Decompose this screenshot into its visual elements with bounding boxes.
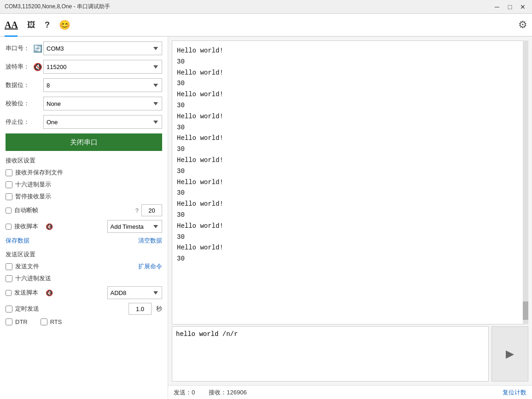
rts-checkbox[interactable] <box>41 318 47 325</box>
receive-script-row: 接收脚本 🔇 Add Timesta <box>6 220 162 233</box>
emoji-icon[interactable]: 😊 <box>59 19 70 30</box>
send-status: 发送：0 <box>174 388 195 397</box>
refresh-icon[interactable]: 🔄 <box>33 44 43 53</box>
auto-frame-label: 自动断帧 <box>14 206 38 214</box>
dtr-rts-row: DTR RTS <box>6 318 162 325</box>
send-label: 发送： <box>174 389 192 396</box>
timed-send-input[interactable] <box>129 303 152 315</box>
expand-cmd-link[interactable]: 扩展命令 <box>138 262 162 271</box>
receive-area: Hello world! 30 Hello world! 30 Hello wo… <box>172 40 528 324</box>
send-file-row: 发送文件 扩展命令 <box>6 262 162 271</box>
hex-display-row: 十六进制显示 <box>6 180 162 189</box>
send-script-label: 发送脚本 <box>14 289 38 297</box>
clear-data-link[interactable]: 清空数据 <box>138 237 162 245</box>
receive-section-title: 接收区设置 <box>6 156 162 165</box>
receive-content: Hello world! 30 Hello world! 30 Hello wo… <box>177 46 523 265</box>
help-icon[interactable]: ? <box>45 20 50 30</box>
reset-count-link[interactable]: 复位计数 <box>503 388 526 397</box>
stop-bits-row: 停止位： One <box>6 115 162 129</box>
pause-display-row: 暂停接收显示 <box>6 192 162 201</box>
data-links-row: 保存数据 清空数据 <box>6 237 162 245</box>
auto-frame-row: 自动断帧 ? 20 <box>6 204 162 216</box>
receive-wrapper: Hello world! 30 Hello world! 30 Hello wo… <box>172 40 528 324</box>
send-script-checkbox[interactable] <box>6 290 12 296</box>
port-row: 串口号： 🔄 COM3 <box>6 41 162 55</box>
status-left: 发送：0 接收：126906 <box>174 388 247 397</box>
save-data-link[interactable]: 保存数据 <box>6 237 29 245</box>
toolbar-underline <box>5 35 18 37</box>
timed-send-label: 定时发送 <box>15 305 39 313</box>
hex-send-label: 十六进制发送 <box>15 274 51 283</box>
send-file-label: 发送文件 <box>15 262 39 271</box>
send-arrow-icon: ► <box>503 346 517 362</box>
send-script-icon: 🔇 <box>46 289 53 296</box>
hex-display-label: 十六进制显示 <box>15 180 51 189</box>
image-icon[interactable]: 🖼 <box>27 20 35 30</box>
hex-send-row: 十六进制发送 <box>6 274 162 283</box>
send-script-row: 发送脚本 🔇 ADD8 <box>6 286 162 299</box>
left-panel: 串口号： 🔄 COM3 波特率： 🔇 115200 数据位： 8 校验位： <box>0 37 168 399</box>
data-bits-row: 数据位： 8 <box>6 78 162 92</box>
auto-frame-checkbox[interactable] <box>6 208 12 214</box>
scrollbar-thumb[interactable] <box>523 301 528 320</box>
save-file-checkbox[interactable] <box>6 169 12 176</box>
send-count: 0 <box>192 389 195 396</box>
pause-display-label: 暂停接收显示 <box>15 192 51 201</box>
rts-label: RTS <box>50 318 62 325</box>
send-script-select[interactable]: ADD8 <box>107 286 163 299</box>
baud-select[interactable]: 115200 <box>43 60 162 74</box>
title-bar: COM3,115200,None,8,One - 串口调试助手 ─ □ ✕ <box>0 0 532 14</box>
close-port-button[interactable]: 关闭串口 <box>6 133 162 151</box>
dtr-label: DTR <box>15 318 28 325</box>
receive-script-icon: 🔇 <box>46 223 53 230</box>
stop-bits-label: 停止位： <box>6 118 33 126</box>
data-bits-label: 数据位： <box>6 81 33 89</box>
receive-script-label: 接收脚本 <box>14 222 38 231</box>
stop-bits-select[interactable]: One <box>43 115 162 129</box>
parity-label: 校验位： <box>6 99 33 108</box>
save-file-label: 接收并保存到文件 <box>15 168 63 177</box>
send-section-title: 发送区设置 <box>6 250 162 259</box>
window-title: COM3,115200,None,8,One - 串口调试助手 <box>5 3 110 11</box>
font-icon[interactable]: AA <box>5 20 18 30</box>
receive-script-select[interactable]: Add Timesta <box>107 220 163 233</box>
timed-send-unit: 秒 <box>156 305 162 313</box>
close-button[interactable]: ✕ <box>518 2 527 12</box>
auto-frame-input[interactable]: 20 <box>141 204 162 216</box>
scrollbar-track[interactable] <box>523 40 528 324</box>
minimize-button[interactable]: ─ <box>492 2 502 12</box>
port-select[interactable]: COM3 <box>43 41 162 55</box>
baud-row: 波特率： 🔇 115200 <box>6 60 162 74</box>
right-panel: Hello world! 30 Hello world! 30 Hello wo… <box>168 37 532 399</box>
send-textarea[interactable]: hello world /n/r <box>172 326 489 382</box>
port-label: 串口号： <box>6 44 33 52</box>
data-bits-select[interactable]: 8 <box>43 78 162 92</box>
maximize-button[interactable]: □ <box>505 2 514 12</box>
receive-count: 126906 <box>227 389 246 396</box>
timed-send-checkbox[interactable] <box>6 306 12 312</box>
mute-icon: 🔇 <box>33 63 43 71</box>
receive-status: 接收：126906 <box>209 388 246 397</box>
pause-display-checkbox[interactable] <box>6 193 12 200</box>
hex-display-checkbox[interactable] <box>6 181 12 188</box>
send-area-container: hello world /n/r ► <box>172 326 528 382</box>
parity-row: 校验位： None <box>6 97 162 110</box>
timed-send-row: 定时发送 秒 <box>6 303 162 315</box>
hex-send-checkbox[interactable] <box>6 275 12 282</box>
send-button[interactable]: ► <box>491 326 528 382</box>
status-bar: 发送：0 接收：126906 复位计数 <box>168 385 532 399</box>
save-file-row: 接收并保存到文件 <box>6 168 162 177</box>
send-file-checkbox[interactable] <box>6 263 12 270</box>
receive-script-checkbox[interactable] <box>6 224 12 230</box>
baud-label: 波特率： <box>6 63 33 71</box>
parity-select[interactable]: None <box>43 97 162 110</box>
main-content: 串口号： 🔄 COM3 波特率： 🔇 115200 数据位： 8 校验位： <box>0 37 532 399</box>
settings-icon[interactable]: ⚙ <box>518 19 527 31</box>
toolbar: AA 🖼 ? 😊 ⚙ <box>0 14 532 37</box>
title-bar-controls: ─ □ ✕ <box>492 2 527 12</box>
dtr-checkbox[interactable] <box>6 318 12 325</box>
receive-label: 接收： <box>209 389 227 396</box>
auto-frame-help: ? <box>135 207 139 214</box>
